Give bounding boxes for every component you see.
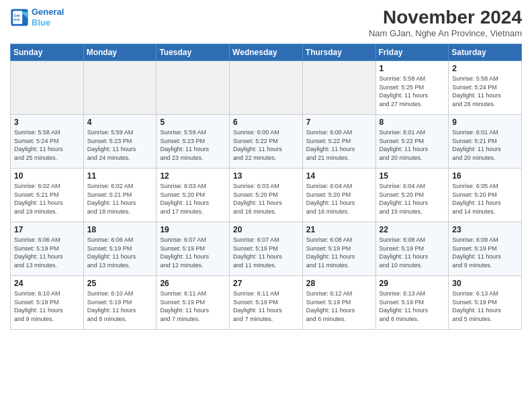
day-cell: 9Sunrise: 6:01 AM Sunset: 5:21 PM Daylig… xyxy=(449,115,522,169)
day-info: Sunrise: 6:09 AM Sunset: 5:19 PM Dayligh… xyxy=(452,236,518,269)
day-number: 4 xyxy=(87,118,153,127)
day-number: 24 xyxy=(14,279,80,288)
day-info: Sunrise: 6:07 AM Sunset: 5:19 PM Dayligh… xyxy=(160,236,226,269)
day-number: 26 xyxy=(160,279,226,288)
day-info: Sunrise: 6:07 AM Sunset: 5:19 PM Dayligh… xyxy=(233,236,299,269)
logo-text: General Blue xyxy=(32,7,64,28)
header-row: SundayMondayTuesdayWednesdayThursdayFrid… xyxy=(11,44,522,61)
day-cell: 25Sunrise: 6:10 AM Sunset: 5:19 PM Dayli… xyxy=(83,276,157,330)
day-number: 21 xyxy=(306,225,372,234)
logo: Gen eral General Blue xyxy=(10,7,64,28)
day-info: Sunrise: 6:13 AM Sunset: 5:19 PM Dayligh… xyxy=(380,289,445,323)
day-info: Sunrise: 6:08 AM Sunset: 5:19 PM Dayligh… xyxy=(380,236,445,269)
day-number: 23 xyxy=(452,225,518,234)
day-info: Sunrise: 6:02 AM Sunset: 5:21 PM Dayligh… xyxy=(87,182,153,216)
day-info: Sunrise: 5:59 AM Sunset: 5:23 PM Dayligh… xyxy=(87,128,153,162)
day-info: Sunrise: 6:04 AM Sunset: 5:20 PM Dayligh… xyxy=(306,182,372,216)
day-header-monday: Monday xyxy=(83,44,157,61)
day-number: 3 xyxy=(14,118,80,127)
svg-rect-2 xyxy=(13,11,22,24)
day-cell: 30Sunrise: 6:13 AM Sunset: 5:19 PM Dayli… xyxy=(449,276,522,330)
day-number: 7 xyxy=(306,118,372,127)
day-cell: 24Sunrise: 6:10 AM Sunset: 5:19 PM Dayli… xyxy=(11,276,84,330)
day-number: 30 xyxy=(452,279,518,288)
day-info: Sunrise: 6:13 AM Sunset: 5:19 PM Dayligh… xyxy=(452,289,518,323)
day-number: 11 xyxy=(87,171,153,181)
day-number: 20 xyxy=(233,225,299,234)
day-info: Sunrise: 6:10 AM Sunset: 5:19 PM Dayligh… xyxy=(14,289,80,323)
day-cell: 21Sunrise: 6:08 AM Sunset: 5:19 PM Dayli… xyxy=(302,222,375,276)
day-info: Sunrise: 6:03 AM Sunset: 5:20 PM Dayligh… xyxy=(160,182,226,216)
day-cell: 27Sunrise: 6:11 AM Sunset: 5:19 PM Dayli… xyxy=(230,276,303,330)
day-info: Sunrise: 6:02 AM Sunset: 5:21 PM Dayligh… xyxy=(14,182,80,216)
day-number: 15 xyxy=(380,171,445,181)
day-cell xyxy=(157,61,230,115)
day-number: 29 xyxy=(380,279,445,288)
day-number: 10 xyxy=(14,171,80,181)
month-title: November 2024 xyxy=(369,7,522,28)
day-number: 8 xyxy=(380,118,445,127)
day-number: 5 xyxy=(160,118,226,127)
week-row-2: 3Sunrise: 5:58 AM Sunset: 5:24 PM Daylig… xyxy=(11,115,522,169)
day-info: Sunrise: 6:05 AM Sunset: 5:20 PM Dayligh… xyxy=(452,182,518,216)
day-cell: 19Sunrise: 6:07 AM Sunset: 5:19 PM Dayli… xyxy=(157,222,230,276)
day-info: Sunrise: 6:11 AM Sunset: 5:19 PM Dayligh… xyxy=(160,289,226,323)
day-cell: 20Sunrise: 6:07 AM Sunset: 5:19 PM Dayli… xyxy=(230,222,303,276)
day-info: Sunrise: 5:58 AM Sunset: 5:24 PM Dayligh… xyxy=(452,75,518,108)
day-cell xyxy=(11,61,84,115)
logo-icon: Gen eral xyxy=(10,8,29,27)
svg-text:eral: eral xyxy=(14,17,20,21)
logo-general: General xyxy=(32,7,64,17)
day-info: Sunrise: 6:04 AM Sunset: 5:20 PM Dayligh… xyxy=(380,182,445,216)
day-cell: 26Sunrise: 6:11 AM Sunset: 5:19 PM Dayli… xyxy=(157,276,230,330)
day-info: Sunrise: 5:58 AM Sunset: 5:25 PM Dayligh… xyxy=(380,75,445,108)
day-number: 6 xyxy=(233,118,299,127)
day-info: Sunrise: 6:01 AM Sunset: 5:22 PM Dayligh… xyxy=(380,128,445,162)
svg-text:Gen: Gen xyxy=(14,13,21,17)
day-info: Sunrise: 6:03 AM Sunset: 5:20 PM Dayligh… xyxy=(233,182,299,216)
day-info: Sunrise: 6:10 AM Sunset: 5:19 PM Dayligh… xyxy=(87,289,153,323)
day-cell: 7Sunrise: 6:00 AM Sunset: 5:22 PM Daylig… xyxy=(302,115,375,169)
week-row-5: 24Sunrise: 6:10 AM Sunset: 5:19 PM Dayli… xyxy=(11,276,522,330)
day-cell: 16Sunrise: 6:05 AM Sunset: 5:20 PM Dayli… xyxy=(449,169,522,222)
header: Gen eral General Blue November 2024 Nam … xyxy=(10,7,522,38)
day-cell: 1Sunrise: 5:58 AM Sunset: 5:25 PM Daylig… xyxy=(375,61,449,115)
day-number: 25 xyxy=(87,279,153,288)
day-info: Sunrise: 6:08 AM Sunset: 5:19 PM Dayligh… xyxy=(306,236,372,269)
day-info: Sunrise: 5:59 AM Sunset: 5:23 PM Dayligh… xyxy=(160,128,226,162)
day-cell: 29Sunrise: 6:13 AM Sunset: 5:19 PM Dayli… xyxy=(375,276,449,330)
day-header-friday: Friday xyxy=(375,44,449,61)
day-number: 19 xyxy=(160,225,226,234)
day-cell xyxy=(302,61,375,115)
day-header-saturday: Saturday xyxy=(449,44,522,61)
day-number: 18 xyxy=(87,225,153,234)
week-row-1: 1Sunrise: 5:58 AM Sunset: 5:25 PM Daylig… xyxy=(11,61,522,115)
day-info: Sunrise: 6:11 AM Sunset: 5:19 PM Dayligh… xyxy=(233,289,299,323)
day-info: Sunrise: 6:01 AM Sunset: 5:21 PM Dayligh… xyxy=(452,128,518,162)
day-cell: 12Sunrise: 6:03 AM Sunset: 5:20 PM Dayli… xyxy=(157,169,230,222)
week-row-4: 17Sunrise: 6:06 AM Sunset: 5:19 PM Dayli… xyxy=(11,222,522,276)
calendar-table: SundayMondayTuesdayWednesdayThursdayFrid… xyxy=(10,44,522,330)
day-header-thursday: Thursday xyxy=(302,44,375,61)
day-cell: 6Sunrise: 6:00 AM Sunset: 5:22 PM Daylig… xyxy=(230,115,303,169)
day-header-wednesday: Wednesday xyxy=(230,44,303,61)
day-number: 9 xyxy=(452,118,518,127)
day-number: 1 xyxy=(380,64,445,73)
day-number: 27 xyxy=(233,279,299,288)
day-number: 14 xyxy=(306,171,372,181)
day-number: 22 xyxy=(380,225,445,234)
day-header-sunday: Sunday xyxy=(11,44,84,61)
day-cell: 2Sunrise: 5:58 AM Sunset: 5:24 PM Daylig… xyxy=(449,61,522,115)
day-cell: 3Sunrise: 5:58 AM Sunset: 5:24 PM Daylig… xyxy=(11,115,84,169)
day-cell: 14Sunrise: 6:04 AM Sunset: 5:20 PM Dayli… xyxy=(302,169,375,222)
page-container: Gen eral General Blue November 2024 Nam … xyxy=(0,0,532,336)
day-cell: 8Sunrise: 6:01 AM Sunset: 5:22 PM Daylig… xyxy=(375,115,449,169)
location: Nam GJan, Nghe An Province, Vietnam xyxy=(369,28,522,38)
day-info: Sunrise: 6:12 AM Sunset: 5:19 PM Dayligh… xyxy=(306,289,372,323)
day-cell: 5Sunrise: 5:59 AM Sunset: 5:23 PM Daylig… xyxy=(157,115,230,169)
week-row-3: 10Sunrise: 6:02 AM Sunset: 5:21 PM Dayli… xyxy=(11,169,522,222)
day-info: Sunrise: 5:58 AM Sunset: 5:24 PM Dayligh… xyxy=(14,128,80,162)
day-number: 16 xyxy=(452,171,518,181)
day-cell: 10Sunrise: 6:02 AM Sunset: 5:21 PM Dayli… xyxy=(11,169,84,222)
day-info: Sunrise: 6:06 AM Sunset: 5:19 PM Dayligh… xyxy=(14,236,80,269)
